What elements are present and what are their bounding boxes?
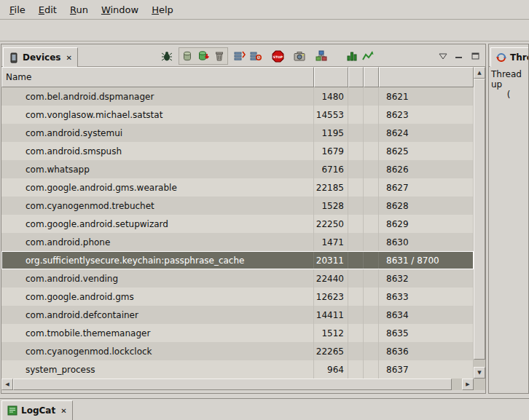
process-cell-empty-1 bbox=[348, 160, 364, 178]
systrace-button[interactable] bbox=[344, 48, 360, 64]
menu-window[interactable]: Window bbox=[95, 1, 145, 18]
start-method-profiling-button[interactable] bbox=[248, 48, 264, 64]
logcat-panel: LogCat ✕ bbox=[0, 398, 529, 420]
vertical-scrollbar[interactable]: ▲ ▼ bbox=[474, 67, 485, 379]
close-icon[interactable]: ✕ bbox=[59, 407, 66, 415]
process-port: 8634 bbox=[379, 306, 474, 324]
threads-panel: Threads Thread up ( bbox=[488, 44, 529, 394]
process-cell-empty-1 bbox=[348, 251, 364, 269]
process-name: com.android.phone bbox=[1, 233, 314, 251]
table-row[interactable]: com.vonglasow.michael.satstat 14553 8623 bbox=[1, 106, 474, 124]
table-row[interactable]: com.android.phone 1471 8630 bbox=[1, 233, 474, 251]
horizontal-scroll-thumb[interactable] bbox=[13, 379, 452, 390]
process-cell-empty-2 bbox=[364, 324, 379, 342]
process-port: 8630 bbox=[379, 233, 474, 251]
process-pid: 22185 bbox=[314, 178, 348, 197]
update-heap-icon bbox=[181, 50, 193, 62]
process-name: com.android.vending bbox=[1, 269, 314, 288]
process-pid: 20311 bbox=[314, 251, 348, 269]
close-icon[interactable]: ✕ bbox=[64, 54, 71, 62]
process-pid: 1195 bbox=[314, 124, 348, 142]
process-name: com.android.smspush bbox=[1, 142, 314, 160]
dump-view-hierarchy-button[interactable] bbox=[313, 48, 329, 64]
screen-capture-button[interactable] bbox=[291, 48, 307, 64]
process-pid: 14411 bbox=[314, 306, 348, 324]
process-pid: 22440 bbox=[314, 269, 348, 288]
column-header-port[interactable] bbox=[379, 67, 474, 87]
menu-file[interactable]: File bbox=[3, 1, 32, 18]
table-row[interactable]: com.android.vending 22440 8632 bbox=[1, 269, 474, 288]
menu-help[interactable]: Help bbox=[145, 1, 180, 18]
process-cell-empty-1 bbox=[348, 269, 364, 288]
stop-process-button[interactable]: STOP bbox=[270, 48, 286, 64]
table-row[interactable]: com.cyanogenmod.lockclock 22265 8636 bbox=[1, 342, 474, 360]
scroll-up-icon[interactable]: ▲ bbox=[474, 67, 485, 79]
process-cell-empty-1 bbox=[348, 106, 364, 124]
process-pid: 12623 bbox=[314, 288, 348, 306]
update-heap-button[interactable] bbox=[179, 48, 195, 64]
opengl-trace-button[interactable] bbox=[360, 48, 376, 64]
horizontal-scrollbar[interactable]: ◀ ▶ bbox=[1, 379, 474, 390]
table-row[interactable]: com.google.android.setupwizard 22250 862… bbox=[1, 215, 474, 233]
table-row[interactable]: com.tmobile.thememanager 1512 8635 bbox=[1, 324, 474, 342]
table-row[interactable]: com.cyanogenmod.trebuchet 1528 8628 bbox=[1, 197, 474, 215]
process-port: 8628 bbox=[379, 197, 474, 215]
process-port: 8631 / 8700 bbox=[379, 251, 474, 269]
table-row[interactable]: com.google.android.gms.wearable 22185 86… bbox=[1, 178, 474, 197]
minimize-icon bbox=[455, 52, 463, 60]
maximize-button[interactable] bbox=[467, 48, 483, 64]
process-pid: 1471 bbox=[314, 233, 348, 251]
column-header-empty-1[interactable] bbox=[348, 67, 364, 87]
start-method-profiling-icon bbox=[250, 50, 262, 62]
scroll-right-icon[interactable]: ▶ bbox=[462, 379, 474, 390]
table-row[interactable]: system_process 964 8637 bbox=[1, 360, 474, 379]
dump-hprof-button[interactable] bbox=[195, 48, 211, 64]
table-row[interactable]: com.android.smspush 1679 8625 bbox=[1, 142, 474, 160]
tab-devices[interactable]: Devices ✕ bbox=[3, 47, 78, 67]
threads-icon bbox=[496, 52, 506, 63]
process-name: com.cyanogenmod.trebuchet bbox=[1, 197, 314, 215]
table-row[interactable]: com.whatsapp 6716 8626 bbox=[1, 160, 474, 178]
process-cell-empty-1 bbox=[348, 288, 364, 306]
process-pid: 6716 bbox=[314, 160, 348, 178]
scroll-down-icon[interactable]: ▼ bbox=[474, 367, 485, 379]
process-port: 8624 bbox=[379, 124, 474, 142]
vertical-scroll-thumb[interactable] bbox=[474, 79, 485, 360]
vertical-scroll-track[interactable] bbox=[474, 360, 485, 367]
table-row[interactable]: com.google.android.gms 12623 8633 bbox=[1, 288, 474, 306]
tab-logcat[interactable]: LogCat ✕ bbox=[1, 400, 73, 420]
table-row[interactable]: com.bel.android.dspmanager 1480 8621 bbox=[1, 87, 474, 106]
logcat-tab-label: LogCat bbox=[21, 405, 55, 416]
process-cell-empty-2 bbox=[364, 360, 379, 379]
threads-body: Thread up ( bbox=[489, 67, 528, 102]
cause-gc-button[interactable] bbox=[211, 48, 227, 64]
process-cell-empty-1 bbox=[348, 360, 364, 379]
column-header-name[interactable]: Name bbox=[1, 67, 314, 87]
column-header-pid[interactable] bbox=[314, 67, 348, 87]
process-name: com.bel.android.dspmanager bbox=[1, 87, 314, 106]
table-row[interactable]: com.android.defcontainer 14411 8634 bbox=[1, 306, 474, 324]
process-cell-empty-1 bbox=[348, 342, 364, 360]
table-row[interactable]: org.sufficientlysecure.keychain:passphra… bbox=[1, 251, 474, 269]
tab-threads[interactable]: Threads bbox=[490, 47, 529, 67]
dump-hprof-icon bbox=[197, 50, 209, 62]
process-pid: 1480 bbox=[314, 87, 348, 106]
process-port: 8637 bbox=[379, 360, 474, 379]
threads-tab-label: Threads bbox=[510, 52, 529, 63]
process-port: 8625 bbox=[379, 142, 474, 160]
menu-run[interactable]: Run bbox=[63, 1, 95, 18]
view-menu-button[interactable] bbox=[435, 48, 451, 64]
process-name: com.tmobile.thememanager bbox=[1, 324, 314, 342]
table-row[interactable]: com.android.systemui 1195 8624 bbox=[1, 124, 474, 142]
view-hierarchy-icon bbox=[316, 50, 327, 62]
menu-edit[interactable]: Edit bbox=[32, 1, 63, 18]
table-header: Name bbox=[1, 67, 474, 87]
process-cell-empty-1 bbox=[348, 233, 364, 251]
logcat-icon bbox=[7, 405, 17, 416]
update-threads-button[interactable] bbox=[232, 48, 248, 64]
minimize-button[interactable] bbox=[451, 48, 467, 64]
scroll-left-icon[interactable]: ◀ bbox=[1, 379, 13, 390]
column-header-empty-2[interactable] bbox=[364, 67, 379, 87]
horizontal-scroll-track[interactable] bbox=[452, 379, 462, 390]
debug-button[interactable] bbox=[159, 48, 175, 64]
